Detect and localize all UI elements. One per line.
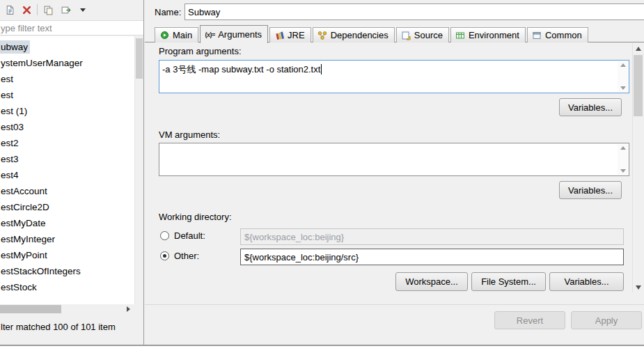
configurations-tree: ubway ystemUserManager est est est (1) e… — [0, 36, 143, 304]
vm-arguments-label: VM arguments: — [159, 130, 220, 140]
tab-label: Environment — [469, 30, 519, 40]
default-radio[interactable] — [160, 231, 169, 240]
vm-arguments-variables-button[interactable]: Variables... — [559, 181, 622, 199]
apply-button[interactable]: Apply — [571, 311, 642, 329]
tree-item[interactable]: est — [0, 87, 143, 103]
tree-item[interactable]: est (1) — [0, 103, 143, 119]
working-directory-variables-button[interactable]: Variables... — [549, 272, 624, 291]
tab-environment[interactable]: Environment — [450, 27, 526, 42]
textarea-scroll-arrows[interactable] — [618, 144, 628, 175]
footer-separator — [145, 304, 644, 305]
text-caret — [321, 64, 322, 74]
name-input[interactable] — [184, 3, 644, 20]
common-tab-icon — [532, 30, 542, 40]
tab-label: Main — [173, 30, 192, 40]
program-arguments-label: Program arguments: — [159, 46, 242, 56]
run-configurations-dialog: ype filter text ubway ystemUserManager e… — [0, 0, 644, 353]
main-tab-icon — [159, 30, 170, 40]
default-directory-field — [240, 228, 624, 245]
default-radio-label[interactable]: Default: — [174, 230, 205, 241]
form-scrollbar-thumb[interactable] — [634, 55, 643, 116]
tree-item[interactable]: est2 — [0, 135, 143, 151]
new-configuration-icon[interactable] — [2, 3, 16, 17]
tree-item[interactable]: estStock — [0, 279, 143, 295]
tree-scrollbar-thumb[interactable] — [136, 38, 143, 79]
tab-label: Common — [545, 30, 582, 40]
filter-match-status: lter matched 100 of 101 item — [1, 322, 116, 332]
tree-item[interactable]: est — [0, 71, 143, 87]
jre-tab-icon — [274, 30, 285, 40]
scroll-down-arrow-icon[interactable] — [633, 282, 644, 292]
sidebar-toolbar — [0, 0, 143, 19]
tab-label: Source — [414, 30, 443, 40]
configuration-detail-panel: Name: Main (x)= Arguments — [145, 0, 644, 345]
tree-item[interactable]: est03 — [0, 119, 143, 135]
tab-source[interactable]: Source — [396, 27, 449, 42]
tree-hscrollbar-thumb[interactable] — [0, 305, 61, 313]
vm-arguments-textarea[interactable] — [159, 143, 629, 176]
dialog-window: ype filter text ubway ystemUserManager e… — [0, 0, 644, 346]
tree-item[interactable]: est4 — [0, 167, 143, 183]
scroll-up-arrow-icon[interactable] — [633, 43, 644, 54]
tree-item[interactable]: estAccount — [0, 183, 143, 199]
menu-dropdown-icon[interactable] — [76, 3, 90, 17]
duplicate-icon[interactable] — [41, 3, 55, 17]
environment-tab-icon — [455, 30, 466, 40]
filter-placeholder-text: ype filter text — [1, 23, 52, 33]
arguments-tab-icon: (x)= — [205, 29, 215, 40]
filter-input[interactable]: ype filter text — [0, 20, 143, 36]
source-tab-icon — [401, 30, 411, 40]
name-label: Name: — [155, 7, 181, 17]
program-arguments-variables-button[interactable]: Variables... — [559, 98, 622, 116]
workspace-button[interactable]: Workspace... — [395, 272, 468, 291]
dependencies-tab-icon — [317, 30, 328, 40]
form-vertical-scrollbar[interactable] — [632, 43, 644, 292]
tab-main[interactable]: Main — [155, 27, 198, 42]
tab-label: JRE — [288, 30, 305, 40]
other-radio-label[interactable]: Other: — [174, 251, 199, 261]
tree-item[interactable]: ubway — [0, 39, 143, 55]
working-directory-label: Working directory: — [159, 212, 232, 222]
file-system-button[interactable]: File System... — [471, 272, 546, 291]
tree-vertical-scrollbar[interactable] — [134, 36, 143, 304]
delete-icon[interactable] — [19, 3, 33, 17]
other-directory-field[interactable] — [240, 249, 624, 265]
scroll-right-arrow-icon[interactable] — [122, 304, 134, 314]
tab-dependencies[interactable]: Dependencies — [313, 27, 395, 42]
tab-label: Dependencies — [331, 30, 388, 40]
tree-item[interactable]: est3 — [0, 151, 143, 167]
tree-item[interactable]: estMyDate — [0, 215, 143, 231]
tree-item[interactable]: estMyInteger — [0, 231, 143, 247]
tree-horizontal-scrollbar[interactable] — [0, 304, 134, 314]
configurations-sidebar: ype filter text ubway ystemUserManager e… — [0, 0, 144, 345]
tab-arguments[interactable]: (x)= Arguments — [200, 25, 268, 43]
tab-label: Arguments — [218, 29, 262, 40]
tree-item[interactable]: estMyPoint — [0, 247, 143, 263]
tree-item[interactable]: estCircle2D — [0, 199, 143, 215]
tab-common[interactable]: Common — [527, 27, 588, 42]
tree-item[interactable]: ystemUserManager — [0, 55, 143, 71]
export-icon[interactable] — [58, 3, 72, 17]
tree-item[interactable]: estStackOfIntegers — [0, 263, 143, 279]
tab-bar: Main (x)= Arguments JRE Dependencies — [155, 25, 590, 42]
revert-button[interactable]: Revert — [494, 311, 565, 329]
program-arguments-text: -a 3号线 -map subway.txt -o station2.txt — [162, 63, 615, 76]
tab-jre[interactable]: JRE — [269, 27, 311, 42]
toolbar-separator — [37, 4, 38, 15]
textarea-scroll-arrows[interactable] — [618, 61, 628, 92]
program-arguments-textarea[interactable]: -a 3号线 -map subway.txt -o station2.txt — [159, 60, 629, 93]
other-radio[interactable] — [160, 251, 169, 260]
